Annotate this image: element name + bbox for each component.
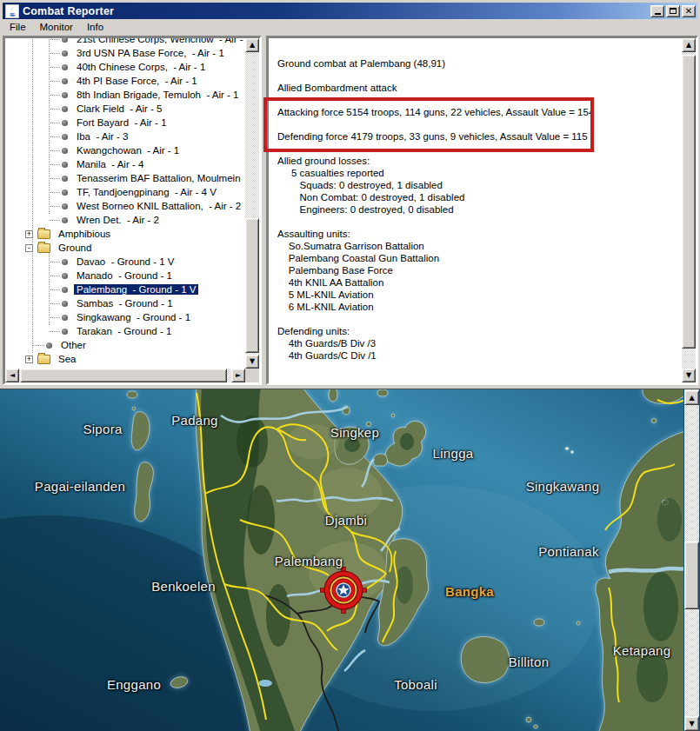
report-line: Defending units: <box>277 325 681 337</box>
tree-node[interactable]: TF, Tandjoengpinang - Air - 4 V <box>5 185 245 199</box>
scroll-down-button[interactable]: ▼ <box>682 369 696 382</box>
report-line: So.Sumatra Garrison Battalion <box>277 240 681 252</box>
tree-connector <box>49 136 60 137</box>
tree-connector <box>49 178 60 179</box>
report-vertical-scrollbar[interactable]: ▲ ▼ <box>682 38 696 382</box>
tree-node-icon <box>62 92 68 98</box>
tree-node[interactable]: Tenasserim BAF Battalion, Moulmein - Air… <box>5 171 245 185</box>
tree-node-label: Kwangchowan - Air - 1 <box>74 145 182 156</box>
report-scrollbar-thumb[interactable] <box>682 55 696 349</box>
menu-monitor[interactable]: Monitor <box>33 21 80 33</box>
tree-node[interactable]: Iba - Air - 3 <box>5 130 245 143</box>
title-bar[interactable]: Combat Reporter ✕ <box>3 3 697 19</box>
tree-node-label: Manado - Ground - 1 <box>74 270 175 281</box>
scroll-left-button[interactable]: ◄ <box>5 369 19 382</box>
window-title: Combat Reporter <box>23 5 114 17</box>
tree-node-label: Manila - Air - 4 <box>74 159 146 169</box>
tree-node[interactable]: West Borneo KNIL Battalion, - Air - 2 <box>5 199 245 213</box>
minimize-button[interactable] <box>650 5 664 17</box>
tree-connector <box>32 345 44 346</box>
tree-node[interactable]: 8th Indian Brigade, Temuloh - Air - 1 <box>5 88 245 102</box>
arrow-up-icon: ▲ <box>250 42 255 49</box>
menu-info[interactable]: Info <box>80 21 110 33</box>
tree-scrollbar-thumb[interactable] <box>245 218 259 353</box>
scroll-down-button[interactable]: ▼ <box>684 716 699 731</box>
scrollbar-corner <box>245 369 259 382</box>
unit-tree-panel: 21st Chinese Corps, Wenchow - Air - 1 3r… <box>3 36 262 385</box>
report-line: 6 ML-KNIL Aviation <box>277 301 681 313</box>
tree-connector <box>49 331 60 332</box>
tree-node[interactable]: Clark Field - Air - 5 <box>5 102 245 116</box>
scroll-right-button[interactable]: ► <box>231 369 245 382</box>
tree-rows: 21st Chinese Corps, Wenchow - Air - 1 3r… <box>5 38 245 366</box>
tree-horizontal-scrollbar[interactable]: ◄ ► <box>5 369 245 382</box>
java-app-icon <box>5 4 19 18</box>
tree-node[interactable]: + Amphibious <box>5 227 245 241</box>
tree-node[interactable]: 21st Chinese Corps, Wenchow - Air - 1 <box>5 38 245 46</box>
tree-node[interactable]: 3rd USN PA Base Force, - Air - 1 <box>5 46 245 60</box>
tree-node-icon <box>62 38 68 43</box>
satellite-map[interactable] <box>0 389 683 731</box>
arrow-left-icon: ◄ <box>10 372 15 379</box>
tree-node-icon <box>62 329 68 335</box>
tree-node-label: Palembang - Ground - 1 V <box>74 284 198 295</box>
map-view[interactable]: SiporaPadangPagai-eilandenSingkepLinggaS… <box>0 389 700 731</box>
tree-node-icon <box>62 134 68 140</box>
tree-expander[interactable]: - <box>25 244 33 252</box>
tree-node[interactable]: 40th Chinese Corps, - Air - 1 <box>5 60 245 74</box>
tree-node[interactable]: Sambas - Ground - 1 <box>5 296 245 310</box>
maximize-button[interactable] <box>666 5 680 17</box>
tree-hscrollbar-thumb[interactable] <box>20 369 227 382</box>
tree-node[interactable]: Manado - Ground - 1 <box>5 269 245 282</box>
tree-vertical-scrollbar[interactable]: ▲ ▼ <box>245 38 259 369</box>
scroll-up-button[interactable]: ▲ <box>682 38 696 52</box>
report-line: 5 casualties reported <box>277 167 681 179</box>
tree-expander[interactable]: + <box>25 356 33 363</box>
tree-node[interactable]: Singkawang - Ground - 1 <box>5 310 245 324</box>
report-line: Assaulting units: <box>277 228 681 240</box>
scroll-up-button[interactable]: ▲ <box>245 38 259 52</box>
tree-node[interactable]: Davao - Ground - 1 V <box>5 255 245 269</box>
report-line: 4th Guards/C Div /1 <box>277 349 681 362</box>
tree-node[interactable]: Kwangchowan - Air - 1 <box>5 143 245 157</box>
tree-node[interactable]: - Ground <box>5 241 245 255</box>
map-scrollbar-thumb[interactable] <box>684 542 699 609</box>
tree-node[interactable]: Other <box>5 338 245 352</box>
arrow-down-icon: ▼ <box>250 358 255 365</box>
combat-report-panel: Ground combat at Palembang (48,91) Allie… <box>266 36 698 385</box>
tree-node[interactable]: + Sea <box>5 352 245 366</box>
menu-file[interactable]: File <box>3 21 33 33</box>
tree-connector <box>49 192 60 193</box>
tree-node[interactable]: Palembang - Ground - 1 V <box>5 282 245 296</box>
tree-node[interactable]: Manila - Air - 4 <box>5 157 245 171</box>
tree-node[interactable]: Tarakan - Ground - 1 <box>5 324 245 338</box>
tree-node[interactable]: 4th PI Base Force, - Air - 1 <box>5 74 245 88</box>
arrow-up-icon: ▲ <box>686 42 691 49</box>
report-line: Palembang Base Force <box>277 264 681 276</box>
tree-connector <box>49 39 60 40</box>
close-button[interactable]: ✕ <box>682 5 696 17</box>
scroll-up-button[interactable]: ▲ <box>684 390 699 405</box>
report-line: Squads: 0 destroyed, 1 disabled <box>277 179 681 191</box>
tree-connector <box>49 317 60 318</box>
tree-node-icon <box>62 162 68 168</box>
tree-node-label: Fort Bayard - Air - 1 <box>74 117 170 128</box>
unit-tree[interactable]: 21st Chinese Corps, Wenchow - Air - 1 3r… <box>5 38 245 369</box>
tree-node[interactable]: Fort Bayard - Air - 1 <box>5 116 245 130</box>
tree-node-label: TF, Tandjoengpinang - Air - 4 V <box>74 187 219 197</box>
tree-node-label: 3rd USN PA Base Force, - Air - 1 <box>74 48 227 58</box>
scroll-down-button[interactable]: ▼ <box>245 355 259 369</box>
combat-reporter-window: { "window": { "title": "Combat Reporter"… <box>0 0 700 731</box>
map-vertical-scrollbar[interactable]: ▲ ▼ <box>684 389 699 731</box>
tree-node-label: Clark Field - Air - 5 <box>74 103 164 114</box>
arrow-down-icon: ▼ <box>686 372 691 379</box>
report-line: Non Combat: 0 destroyed, 1 disabled <box>277 191 681 203</box>
tree-node-icon <box>37 243 50 253</box>
tree-node-label: Iba - Air - 3 <box>74 131 130 142</box>
tree-node-icon <box>62 189 68 196</box>
arrow-right-icon: ► <box>236 372 241 379</box>
report-line <box>277 313 681 325</box>
tree-node-label: Wren Det. - Air - 2 <box>74 215 162 225</box>
tree-node[interactable]: Wren Det. - Air - 2 <box>5 213 245 227</box>
tree-expander[interactable]: + <box>25 230 33 238</box>
